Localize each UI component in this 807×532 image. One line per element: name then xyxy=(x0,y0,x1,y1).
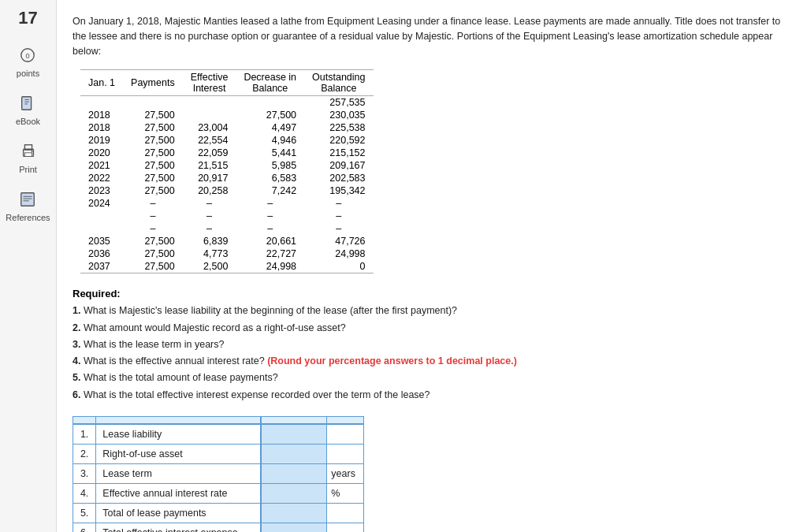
answer-table: 1. Lease liability 2. Right-of-use asset… xyxy=(73,416,364,532)
answer-row-3: 3. Lease term years xyxy=(73,464,364,484)
answer-num: 5. xyxy=(73,504,96,523)
answer-input-cell[interactable] xyxy=(261,504,327,523)
svg-rect-8 xyxy=(24,153,32,157)
answer-num: 6. xyxy=(73,523,96,532)
sidebar-item-ebook[interactable]: eBook xyxy=(16,92,40,126)
points-icon: 0 xyxy=(17,44,39,66)
answer-label: Lease term xyxy=(96,464,261,484)
item-text: What is the effective annual interest ra… xyxy=(84,355,267,366)
answer-input-cell[interactable] xyxy=(261,424,327,445)
rou-asset-input[interactable] xyxy=(268,448,320,459)
col-header-payments: Payments xyxy=(123,70,183,96)
table-row-dash: – – – – xyxy=(80,222,374,235)
required-title: Required: xyxy=(73,288,791,299)
ebook-label: eBook xyxy=(16,117,40,126)
table-row: 2023 27,500 20,258 7,242 195,342 xyxy=(80,184,374,197)
book-icon xyxy=(17,92,39,114)
svg-point-9 xyxy=(31,151,32,152)
lease-term-input[interactable] xyxy=(268,468,320,479)
answer-unit xyxy=(327,445,364,464)
total-payments-input[interactable] xyxy=(268,508,320,519)
references-label: References xyxy=(6,213,50,222)
answer-input-cell[interactable] xyxy=(261,484,327,504)
answer-row-1: 1. Lease liability xyxy=(73,424,364,445)
header-unit xyxy=(327,416,364,424)
item-num: 1. xyxy=(73,305,80,316)
table-row: 2018 27,500 27,500 230,035 xyxy=(80,109,374,121)
header-label xyxy=(96,416,261,424)
answer-unit xyxy=(327,504,364,523)
answer-input-cell[interactable] xyxy=(261,464,327,484)
sidebar-item-print[interactable]: Print xyxy=(17,140,39,174)
answer-num: 3. xyxy=(73,464,96,484)
list-item: 1. What is Majestic's lease liability at… xyxy=(73,303,791,319)
highlight-text: (Round your percentage answers to 1 deci… xyxy=(267,355,517,366)
svg-rect-10 xyxy=(21,193,35,206)
sidebar-item-points[interactable]: 0 points xyxy=(17,44,39,78)
list-item: 3. What is the lease term in years? xyxy=(73,337,791,353)
col-header-interest: EffectiveInterest xyxy=(183,70,236,96)
answer-input-cell[interactable] xyxy=(261,523,327,532)
item-text: What is the total amount of lease paymen… xyxy=(84,372,278,383)
answer-num: 4. xyxy=(73,484,96,504)
references-icon xyxy=(17,188,39,210)
answer-row-4: 4. Effective annual interest rate % xyxy=(73,484,364,504)
lease-liability-input[interactable] xyxy=(268,429,320,440)
problem-number: 17 xyxy=(18,8,37,28)
table-row: 2035 27,500 6,839 20,661 47,726 xyxy=(80,235,374,247)
list-item: 5. What is the total amount of lease pay… xyxy=(73,370,791,386)
table-row: 2022 27,500 20,917 6,583 202,583 xyxy=(80,172,374,184)
col-header-date: Jan. 1 xyxy=(80,70,123,96)
print-label: Print xyxy=(19,165,37,174)
answer-unit: % xyxy=(327,484,364,504)
list-item: 6. What is the total effective interest … xyxy=(73,387,791,404)
item-num: 3. xyxy=(73,339,80,350)
answer-num: 2. xyxy=(73,445,96,464)
answer-label: Effective annual interest rate xyxy=(96,484,261,504)
answer-label: Right-of-use asset xyxy=(96,445,261,464)
item-text: What amount would Majestic record as a r… xyxy=(84,322,346,333)
answer-label: Total effective interest expense xyxy=(96,523,261,532)
answer-num: 1. xyxy=(73,424,96,445)
answer-table-container: 1. Lease liability 2. Right-of-use asset… xyxy=(73,416,791,532)
table-row: 2020 27,500 22,059 5,441 215,152 xyxy=(80,147,374,159)
item-num: 5. xyxy=(73,372,80,383)
answer-row-5: 5. Total of lease payments xyxy=(73,504,364,523)
col-header-decrease: Decrease inBalance xyxy=(236,70,304,96)
answer-unit xyxy=(327,523,364,532)
intro-paragraph: On January 1, 2018, Majestic Manties lea… xyxy=(73,11,791,58)
table-row-dash: – – – – xyxy=(80,210,374,222)
required-section: Required: 1. What is Majestic's lease li… xyxy=(73,288,791,404)
interest-rate-input[interactable] xyxy=(268,488,320,499)
sidebar-item-references[interactable]: References xyxy=(6,188,50,222)
item-num: 2. xyxy=(73,322,80,333)
svg-text:0: 0 xyxy=(26,52,30,60)
required-list: 1. What is Majestic's lease liability at… xyxy=(73,303,791,404)
sidebar: 17 0 points eBook xyxy=(0,0,57,532)
header-input xyxy=(261,416,327,424)
table-row-last: 2037 27,500 2,500 24,998 0 xyxy=(80,260,374,273)
table-row: 2021 27,500 21,515 5,985 209,167 xyxy=(80,159,374,172)
amortization-table: Jan. 1 Payments EffectiveInterest Decrea… xyxy=(80,69,374,273)
main-content: On January 1, 2018, Majestic Manties lea… xyxy=(57,0,807,532)
answer-input-cell[interactable] xyxy=(261,445,327,464)
total-interest-input[interactable] xyxy=(268,527,320,532)
answer-row-6: 6. Total effective interest expense xyxy=(73,523,364,532)
item-text: What is Majestic's lease liability at th… xyxy=(84,305,457,316)
table-row: 2019 27,500 22,554 4,946 220,592 xyxy=(80,134,374,147)
answer-label: Total of lease payments xyxy=(96,504,261,523)
col-header-balance: OutstandingBalance xyxy=(304,70,373,96)
answer-unit xyxy=(327,424,364,445)
item-num: 4. xyxy=(73,355,80,366)
item-text: What is the lease term in years? xyxy=(84,339,225,350)
item-num: 6. xyxy=(73,389,80,400)
svg-rect-2 xyxy=(22,97,32,110)
answer-unit: years xyxy=(327,464,364,484)
table-row: 2036 27,500 4,773 22,727 24,998 xyxy=(80,247,374,260)
list-item: 2. What amount would Majestic record as … xyxy=(73,320,791,337)
table-row: 257,535 xyxy=(80,96,374,110)
answer-row-2: 2. Right-of-use asset xyxy=(73,445,364,464)
header-num xyxy=(73,416,96,424)
print-icon xyxy=(17,140,39,162)
list-item: 4. What is the effective annual interest… xyxy=(73,353,791,370)
